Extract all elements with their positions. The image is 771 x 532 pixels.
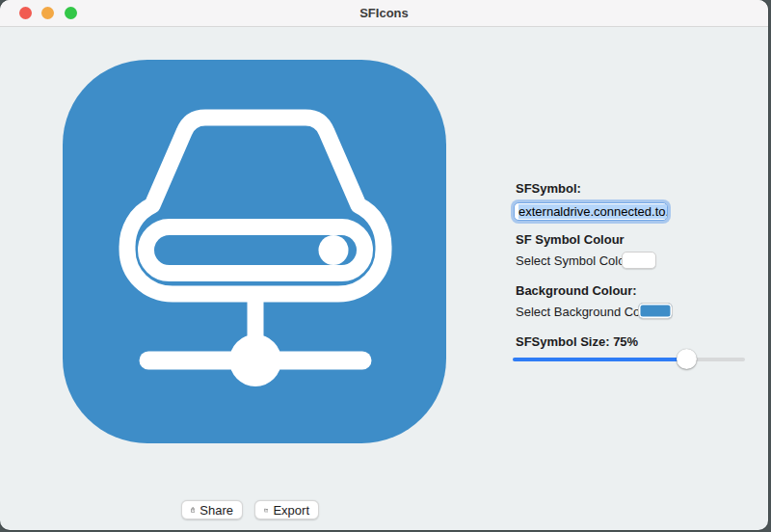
externaldrive-connected-symbol-icon <box>63 60 446 443</box>
sfsymbol-input-text: externaldrive.connected.to.line.below <box>518 204 668 219</box>
app-window: SFIcons SFSymbol: externaldrive.connecte… <box>0 0 768 530</box>
sfsymbol-size-label: SFSymbol Size: 75% <box>516 334 638 349</box>
export-button-label: Export <box>273 503 309 518</box>
share-button-label: Share <box>199 503 233 518</box>
sfsymbol-input[interactable]: externaldrive.connected.to.line.below <box>514 202 668 221</box>
size-slider[interactable] <box>513 349 745 369</box>
folder-icon <box>264 505 268 516</box>
share-button[interactable]: Share <box>181 500 243 519</box>
sfsymbol-label: SFSymbol: <box>516 181 581 196</box>
sf-symbol-colour-heading: SF Symbol Colour <box>516 232 625 247</box>
select-symbol-colour-label: Select Symbol Colour <box>516 253 636 268</box>
icon-preview <box>63 60 446 443</box>
export-button[interactable]: Export <box>254 500 319 519</box>
slider-fill <box>513 358 687 361</box>
slider-thumb[interactable] <box>677 349 697 369</box>
background-colour-well[interactable] <box>638 303 673 319</box>
window-title: SFIcons <box>0 0 768 27</box>
titlebar: SFIcons <box>0 0 768 27</box>
background-colour-heading: Background Colour: <box>516 283 637 298</box>
symbol-colour-well[interactable] <box>622 252 656 269</box>
share-icon <box>191 503 195 517</box>
